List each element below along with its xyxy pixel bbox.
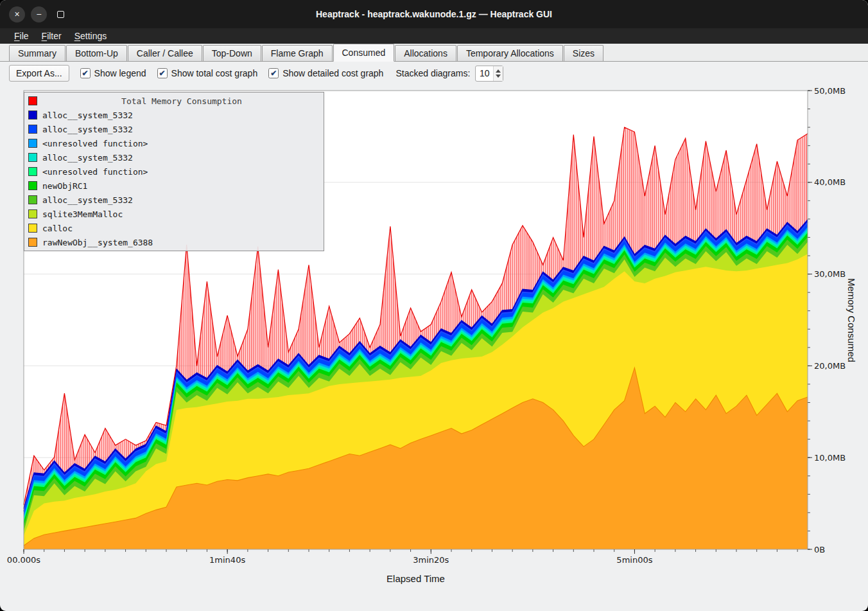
legend-item: alloc__system_5332 xyxy=(27,122,321,136)
checkbox-label: Show detailed cost graph xyxy=(282,68,383,78)
legend-title-row: Total Memory Consumption xyxy=(27,94,321,108)
legend-item: rawNewObj__system_6388 xyxy=(27,235,321,249)
tab-temporary-allocations[interactable]: Temporary Allocations xyxy=(457,45,563,61)
legend-item-label: alloc__system_5332 xyxy=(42,153,133,163)
legend-color-swatch xyxy=(28,209,37,218)
toolbar: Export As... ✔Show legend✔Show total cos… xyxy=(0,62,868,85)
close-icon: × xyxy=(14,10,19,19)
y-axis-title: Memory Consumed xyxy=(844,91,859,549)
series-area-alloc-system-5332 xyxy=(24,222,808,549)
series-area-calloc xyxy=(24,254,808,549)
checkbox-label: Show total cost graph xyxy=(171,68,258,78)
legend-item: calloc xyxy=(27,221,321,235)
legend-color-swatch xyxy=(28,125,37,134)
spin-down-icon[interactable] xyxy=(496,75,501,78)
maximize-button[interactable] xyxy=(53,6,69,22)
legend-item-label: calloc xyxy=(42,224,73,233)
y-tick-label: 30,0MB xyxy=(814,269,846,279)
series-area-newobjrc1 xyxy=(24,233,808,549)
stacked-diagrams-spinbox[interactable]: 10 xyxy=(475,66,503,82)
stacked-diagrams-value[interactable]: 10 xyxy=(476,66,493,81)
minimize-button[interactable]: − xyxy=(31,6,47,22)
heaptrack-window: × − Heaptrack - heaptrack.wakunode.1.gz … xyxy=(0,0,868,611)
series-area-rawnewobj-system-6388 xyxy=(24,367,808,549)
close-button[interactable]: × xyxy=(9,6,25,22)
legend-item-label: alloc__system_5332 xyxy=(42,111,133,120)
legend-item-label: alloc__system_5332 xyxy=(42,195,133,205)
menu-filter[interactable]: Filter xyxy=(35,30,68,42)
tab-top-down[interactable]: Top-Down xyxy=(203,45,261,61)
stacked-diagrams-label: Stacked diagrams: xyxy=(395,68,470,78)
x-axis-title: Elapsed Time xyxy=(24,573,808,584)
legend-item-label: rawNewObj__system_6388 xyxy=(42,238,153,247)
legend-item: <unresolved function> xyxy=(27,164,321,179)
spinbox-arrows xyxy=(493,66,503,81)
legend-item-label: <unresolved function> xyxy=(42,139,148,148)
tab-consumed[interactable]: Consumed xyxy=(333,44,395,62)
legend-item-label: <unresolved function> xyxy=(42,167,148,177)
series-area-unresolved-function xyxy=(24,231,808,550)
checkbox-show-detailed-cost-graph[interactable]: ✔Show detailed cost graph xyxy=(268,68,383,78)
checkbox-show-legend[interactable]: ✔Show legend xyxy=(80,68,146,78)
legend-title: Total Memory Consumption xyxy=(42,96,321,106)
menu-settings[interactable]: Settings xyxy=(68,30,114,42)
checkbox-label: Show legend xyxy=(94,68,146,78)
total-consumption-line xyxy=(24,127,808,505)
tab-allocations[interactable]: Allocations xyxy=(395,45,456,61)
legend-color-swatch xyxy=(28,96,37,105)
legend-color-swatch xyxy=(28,167,37,176)
series-area-unresolved-function xyxy=(24,227,808,549)
maximize-icon xyxy=(57,11,64,18)
legend-item: alloc__system_5332 xyxy=(27,108,321,122)
legend-item-label: alloc__system_5332 xyxy=(42,125,133,134)
legend-item: alloc__system_5332 xyxy=(27,150,321,164)
x-tick-label: 5min00s xyxy=(616,555,652,565)
y-tick-label: 20,0MB xyxy=(814,361,846,371)
spin-up-icon[interactable] xyxy=(496,69,501,73)
y-tick-label: 50,0MB xyxy=(814,86,846,96)
legend-color-swatch xyxy=(28,181,37,190)
legend-color-swatch xyxy=(28,224,37,233)
menu-file[interactable]: File xyxy=(8,30,35,42)
legend-color-swatch xyxy=(28,111,37,120)
export-as-button[interactable]: Export As... xyxy=(9,65,69,82)
y-tick-label: 10,0MB xyxy=(814,453,846,463)
titlebar: × − Heaptrack - heaptrack.wakunode.1.gz … xyxy=(0,0,868,28)
chart-region: 00.000s1min40s3min20s5min00s0B10,0MB20,0… xyxy=(0,0,868,611)
checkbox-box-icon[interactable]: ✔ xyxy=(157,68,168,78)
total-consumption-area xyxy=(24,127,808,549)
checkbox-show-total-cost-graph[interactable]: ✔Show total cost graph xyxy=(157,68,258,78)
tab-bottom-up[interactable]: Bottom-Up xyxy=(66,45,127,61)
window-title: Heaptrack - heaptrack.wakunode.1.gz — He… xyxy=(0,9,868,19)
legend-item-label: newObjRC1 xyxy=(42,181,87,191)
tab-caller-callee[interactable]: Caller / Callee xyxy=(128,45,202,61)
legend-color-swatch xyxy=(28,153,37,162)
series-area-alloc-system-5332 xyxy=(24,220,808,549)
series-area-sqlite3memmalloc xyxy=(24,242,808,549)
x-tick-label: 00.000s xyxy=(7,555,40,565)
y-tick-label: 40,0MB xyxy=(814,177,846,187)
menu-bar: FileFilterSettings xyxy=(0,28,868,44)
legend-item-label: sqlite3MemMalloc xyxy=(42,209,123,219)
x-tick-label: 3min20s xyxy=(413,555,449,565)
x-tick-label: 1min40s xyxy=(209,555,245,565)
legend-color-swatch xyxy=(28,238,37,247)
series-area-alloc-system-5332 xyxy=(24,237,808,549)
legend-item: <unresolved function> xyxy=(27,136,321,150)
toolbar-checkboxes: ✔Show legend✔Show total cost graph✔Show … xyxy=(80,68,384,78)
legend-color-swatch xyxy=(28,195,37,204)
y-tick-label: 0B xyxy=(814,545,825,554)
legend-item: newObjRC1 xyxy=(27,179,321,193)
legend-item: alloc__system_5332 xyxy=(27,193,321,207)
legend-item: sqlite3MemMalloc xyxy=(27,207,321,221)
legend-color-swatch xyxy=(28,139,37,148)
memory-consumption-chart[interactable]: 00.000s1min40s3min20s5min00s0B10,0MB20,0… xyxy=(0,0,868,611)
window-controls: × − xyxy=(9,0,69,28)
checkbox-box-icon[interactable]: ✔ xyxy=(80,68,91,78)
tab-sizes[interactable]: Sizes xyxy=(564,45,603,61)
checkbox-box-icon[interactable]: ✔ xyxy=(268,68,279,78)
tab-flame-graph[interactable]: Flame Graph xyxy=(262,45,333,61)
chart-legend: Total Memory Consumptionalloc__system_53… xyxy=(24,92,324,251)
tab-bar: SummaryBottom-UpCaller / CalleeTop-DownF… xyxy=(0,44,868,62)
tab-summary[interactable]: Summary xyxy=(9,45,65,61)
